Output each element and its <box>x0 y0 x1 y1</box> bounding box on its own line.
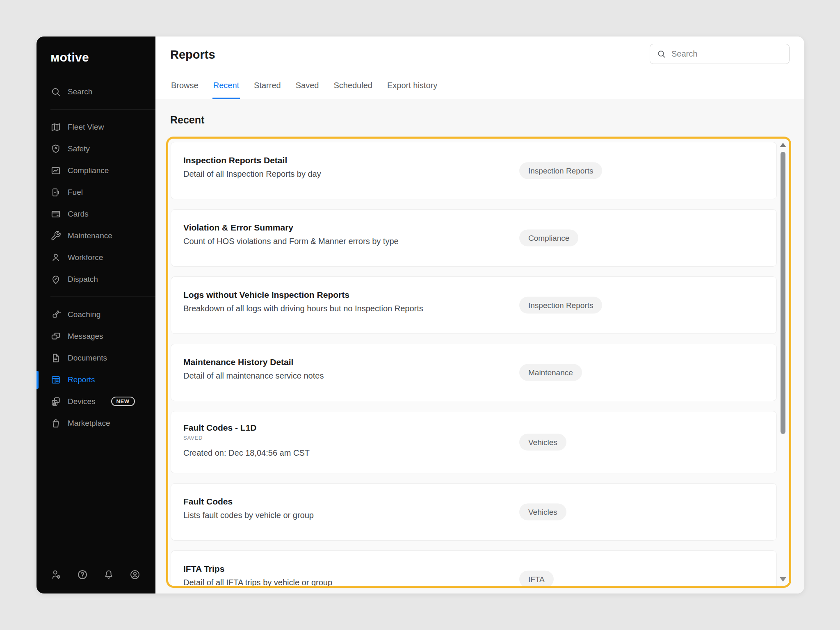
report-description: Count of HOS violations and Form & Manne… <box>183 237 764 246</box>
category-badge: Compliance <box>519 230 578 247</box>
category-badge: Maintenance <box>519 364 582 381</box>
highlighted-report-list: Inspection Reports Detail Detail of all … <box>166 137 791 588</box>
report-icon <box>50 374 61 385</box>
app-window: ᴍotive Search Fleet View Safety Complian… <box>37 37 804 593</box>
motive-logo: ᴍotive <box>50 50 155 64</box>
sidebar-item-label: Workforce <box>68 253 103 262</box>
report-title: IFTA Trips <box>183 564 764 574</box>
chart-icon <box>50 165 61 176</box>
sidebar-item-label: Messages <box>68 332 103 341</box>
report-card-inspection-reports-detail[interactable]: Inspection Reports Detail Detail of all … <box>171 142 777 199</box>
report-title: Fault Codes - L1D <box>183 423 764 433</box>
sidebar-item-label: Cards <box>68 210 89 219</box>
new-badge: NEW <box>111 397 135 406</box>
sidebar-item-search[interactable]: Search <box>37 81 155 103</box>
bell-icon[interactable] <box>103 569 114 580</box>
sidebar-item-maintenance[interactable]: Maintenance <box>37 225 155 247</box>
scroll-down-arrow-icon[interactable] <box>780 577 786 582</box>
report-card-fault-codes[interactable]: Fault Codes Lists fault codes by vehicle… <box>171 483 777 541</box>
bag-icon <box>50 418 61 429</box>
tab-starred[interactable]: Starred <box>253 81 282 99</box>
sidebar-divider <box>50 109 155 110</box>
account-icon[interactable] <box>129 569 141 580</box>
sidebar-item-label: Compliance <box>68 166 109 175</box>
sidebar-item-cards[interactable]: Cards <box>37 203 155 225</box>
report-card-maintenance-history-detail[interactable]: Maintenance History Detail Detail of all… <box>171 344 777 401</box>
sidebar: ᴍotive Search Fleet View Safety Complian… <box>37 37 155 593</box>
report-description: Breakdown of all logs with driving hours… <box>183 304 764 313</box>
sidebar-divider <box>50 297 155 297</box>
category-badge: IFTA <box>519 571 554 586</box>
tab-recent[interactable]: Recent <box>212 81 240 99</box>
sidebar-item-fleet-view[interactable]: Fleet View <box>37 116 155 138</box>
search-box[interactable] <box>650 44 790 64</box>
sidebar-item-label: Safety <box>68 144 90 153</box>
search-input[interactable] <box>671 49 783 59</box>
sidebar-item-dispatch[interactable]: Dispatch <box>37 268 155 290</box>
scroll-up-arrow-icon[interactable] <box>780 143 786 147</box>
tab-browse[interactable]: Browse <box>170 81 199 99</box>
page-title: Reports <box>170 48 215 62</box>
saved-label: SAVED <box>183 435 764 441</box>
map-icon <box>50 122 61 132</box>
sidebar-item-label: Marketplace <box>68 419 110 428</box>
sidebar-footer <box>37 569 155 593</box>
report-title: Fault Codes <box>183 497 764 507</box>
page-header: Reports Browse Recent Starred Saved Sche… <box>155 37 804 99</box>
search-icon <box>657 49 666 59</box>
sidebar-item-marketplace[interactable]: Marketplace <box>37 412 155 434</box>
sidebar-item-coaching[interactable]: Coaching <box>37 304 155 325</box>
document-icon <box>50 353 61 363</box>
report-title: Logs without Vehicle Inspection Reports <box>183 290 764 300</box>
sidebar-item-label: Fuel <box>68 188 83 197</box>
shield-icon <box>50 144 61 154</box>
scrollbar[interactable] <box>777 139 789 586</box>
report-description: Detail of all Inspection Reports by day <box>183 169 764 179</box>
main-area: Reports Browse Recent Starred Saved Sche… <box>155 37 804 593</box>
sidebar-item-documents[interactable]: Documents <box>37 347 155 369</box>
sidebar-item-messages[interactable]: Messages <box>37 325 155 347</box>
sidebar-item-label: Fleet View <box>68 123 104 132</box>
credit-card-icon <box>50 209 61 219</box>
report-title: Inspection Reports Detail <box>183 155 764 165</box>
sidebar-item-devices[interactable]: Devices NEW <box>37 390 155 412</box>
sidebar-item-reports[interactable]: Reports <box>37 369 155 390</box>
report-card-violation-error-summary[interactable]: Violation & Error Summary Count of HOS v… <box>171 209 777 267</box>
report-card-logs-without-vir[interactable]: Logs without Vehicle Inspection Reports … <box>171 276 777 334</box>
user-settings-icon[interactable] <box>50 569 62 580</box>
report-list: Inspection Reports Detail Detail of all … <box>168 139 777 586</box>
sidebar-item-label: Devices <box>68 397 96 406</box>
category-badge: Vehicles <box>519 434 566 451</box>
sidebar-item-label: Search <box>68 87 92 96</box>
chat-icon <box>50 331 61 342</box>
report-title: Violation & Error Summary <box>183 223 764 233</box>
tab-export-history[interactable]: Export history <box>386 81 438 99</box>
sidebar-item-safety[interactable]: Safety <box>37 138 155 160</box>
category-badge: Vehicles <box>519 504 566 520</box>
content-area: Recent Inspection Reports Detail Detail … <box>155 99 804 593</box>
sidebar-item-compliance[interactable]: Compliance <box>37 160 155 181</box>
sidebar-item-workforce[interactable]: Workforce <box>37 247 155 268</box>
tab-scheduled[interactable]: Scheduled <box>333 81 373 99</box>
devices-icon <box>50 396 61 407</box>
report-description: Created on: Dec 18,04:56 am CST <box>183 448 764 458</box>
sidebar-item-label: Documents <box>68 354 107 363</box>
tab-bar: Browse Recent Starred Saved Scheduled Ex… <box>170 81 438 99</box>
report-description: Detail of all maintenance service notes <box>183 371 764 381</box>
help-icon[interactable] <box>77 569 88 580</box>
person-icon <box>50 252 61 263</box>
scrollbar-thumb[interactable] <box>781 152 785 434</box>
sidebar-item-label: Reports <box>68 375 95 384</box>
report-description: Lists fault codes by vehicle or group <box>183 511 764 520</box>
category-badge: Inspection Reports <box>519 162 602 179</box>
tab-saved[interactable]: Saved <box>295 81 320 99</box>
search-icon <box>50 87 61 97</box>
map-pin-icon <box>50 274 61 285</box>
report-card-fault-codes-l1d[interactable]: Fault Codes - L1D SAVED Created on: Dec … <box>171 411 777 473</box>
report-description: Detail of all IFTA trips by vehicle or g… <box>183 578 764 586</box>
sidebar-item-fuel[interactable]: Fuel <box>37 181 155 203</box>
section-title: Recent <box>170 114 204 126</box>
report-card-ifta-trips[interactable]: IFTA Trips Detail of all IFTA trips by v… <box>171 550 777 586</box>
report-title: Maintenance History Detail <box>183 357 764 367</box>
sidebar-item-label: Dispatch <box>68 275 98 284</box>
